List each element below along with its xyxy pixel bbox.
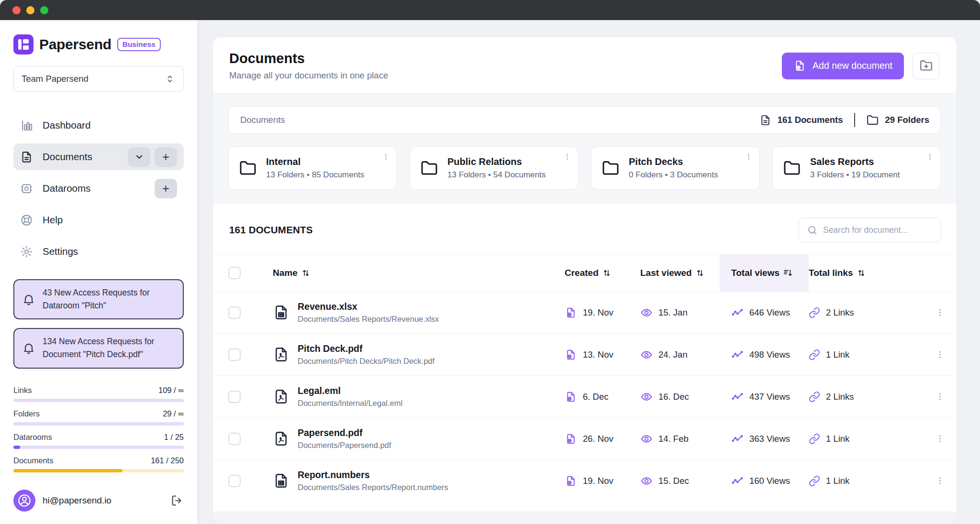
row-checkbox[interactable] [228,475,241,487]
usage-meters: Links109 / ∞ Folders29 / ∞ Datarooms1 / … [13,386,184,480]
row-checkbox[interactable] [228,306,241,319]
last-viewed-cell: 14. Feb [640,433,720,445]
sidebar-item-dashboard[interactable]: Dashboard [13,112,184,139]
row-checkbox[interactable] [228,433,241,445]
document-name[interactable]: Report.numbers [298,469,448,480]
row-menu-button[interactable] [924,476,957,485]
total-links-cell: 1 Link [809,349,924,360]
team-selector[interactable]: Team Papersend [13,66,184,92]
notification-dataroom-pitch[interactable]: 43 New Access Requests for Dataroom "Pit… [13,279,184,319]
document-name[interactable]: Pitch Deck.pdf [298,343,434,354]
avatar[interactable] [13,490,35,512]
row-checkbox[interactable] [228,349,241,361]
table-row[interactable]: Papersend.pdf Documents/Papersend.pdf 26… [213,417,957,459]
kebab-icon [926,153,934,161]
column-header-created[interactable]: Created [565,268,640,278]
table-row[interactable]: Pitch Deck.pdf Documents/Pitch Decks/Pit… [213,333,957,375]
document-path: Documents/Papersend.pdf [298,441,391,450]
folder-icon [867,114,879,126]
sidebar-item-help[interactable]: Help [13,207,184,233]
folder-menu-button[interactable] [382,153,390,161]
notification-document-pitch-deck[interactable]: 134 New Access Requests for Document "Pi… [13,328,184,368]
table-row[interactable]: Report.numbers Documents/Sales Reports/R… [213,459,957,502]
plan-badge: Business [117,38,161,51]
total-views-cell: 160 Views [720,475,809,487]
document-name[interactable]: Papersend.pdf [298,427,391,438]
column-header-total-links[interactable]: Total links [809,268,924,278]
search-input[interactable] [823,225,933,235]
documents-collapse-button[interactable] [128,147,150,167]
row-menu-button[interactable] [924,308,957,317]
kebab-icon [935,434,945,443]
bell-icon [22,293,35,306]
search-icon [807,225,818,236]
total-links-cell: 2 Links [809,307,924,318]
trend-icon [731,433,744,445]
traffic-light-minimize[interactable] [26,6,34,14]
traffic-light-close[interactable] [12,6,21,14]
sidebar-item-label: Settings [43,246,78,257]
kebab-icon [935,350,945,359]
document-name[interactable]: Revenue.xlsx [298,301,439,312]
usage-value: 161 / 250 [151,456,184,465]
row-menu-button[interactable] [924,434,957,443]
sidebar-item-datarooms[interactable]: Datarooms [13,175,184,202]
created-cell: 19. Nov [565,306,640,319]
eye-icon [640,349,653,361]
total-links-cell: 1 Link [809,475,924,487]
folder-card-pitch-decks[interactable]: Pitch Decks 0 Folders • 3 Documents [591,146,760,190]
sidebar-item-documents[interactable]: Documents [13,143,184,170]
trend-icon [731,349,744,361]
sidebar-item-label: Help [43,214,63,226]
folder-card-sales-reports[interactable]: Sales Reports 3 Folders • 19 Document [772,146,941,190]
folder-name: Public Relations [447,156,546,167]
bar-chart-icon [20,119,33,132]
sort-descending-icon [783,268,793,278]
file-plus-icon [793,59,806,72]
table-row[interactable]: Legal.eml Documents/Internal/Legal.eml 6… [213,375,957,417]
document-path: Documents/Sales Reports/Revenue.xlsx [298,315,439,324]
usage-bar-links [13,399,184,402]
folder-meta: 0 Folders • 3 Documents [629,170,718,180]
link-icon [809,475,820,487]
notifications: 43 New Access Requests for Dataroom "Pit… [13,279,184,369]
document-name[interactable]: Legal.eml [298,385,402,396]
usage-label: Folders [13,409,40,418]
row-menu-button[interactable] [924,350,957,359]
folder-menu-button[interactable] [563,153,571,161]
new-folder-button[interactable] [913,53,939,79]
pdf-file-icon [273,388,290,405]
logout-button[interactable] [170,494,184,507]
user-email: hi@papersend.io [43,495,111,506]
folder-menu-button[interactable] [926,153,934,161]
table-row[interactable]: Revenue.xlsx Documents/Sales Reports/Rev… [213,291,957,333]
row-checkbox[interactable] [228,391,241,403]
add-document-quick-button[interactable] [155,147,177,167]
documents-count: 161 Documents [759,114,843,126]
select-all-checkbox[interactable] [228,267,241,279]
sidebar-item-settings[interactable]: Settings [13,238,184,265]
link-icon [809,433,820,445]
document-icon [20,151,33,164]
total-views-cell: 498 Views [720,349,809,361]
table-footer-strip [213,512,957,524]
last-viewed-cell: 15. Jan [640,306,720,319]
row-menu-button[interactable] [924,392,957,401]
document-search [799,218,941,242]
sort-icon [695,268,705,278]
folder-card-internal[interactable]: Internal 13 Folders • 85 Documents [228,146,397,190]
folder-menu-button[interactable] [745,153,753,161]
add-new-document-button[interactable]: Add new document [782,53,904,79]
column-header-name[interactable]: Name [256,268,565,278]
breadcrumb[interactable]: Documents [240,115,285,125]
column-header-total-views[interactable]: Total views [720,254,809,291]
usage-bar-datarooms [13,446,184,449]
chevron-updown-icon [164,73,176,85]
usage-label: Datarooms [13,433,52,442]
add-dataroom-quick-button[interactable] [155,179,177,198]
page-subtitle: Manage all your documents in one place [229,70,388,81]
folder-card-public-relations[interactable]: Public Relations 13 Folders • 54 Documen… [410,146,579,190]
traffic-light-zoom[interactable] [40,6,48,14]
column-header-last-viewed[interactable]: Last viewed [640,268,720,278]
usage-label: Documents [13,456,53,465]
